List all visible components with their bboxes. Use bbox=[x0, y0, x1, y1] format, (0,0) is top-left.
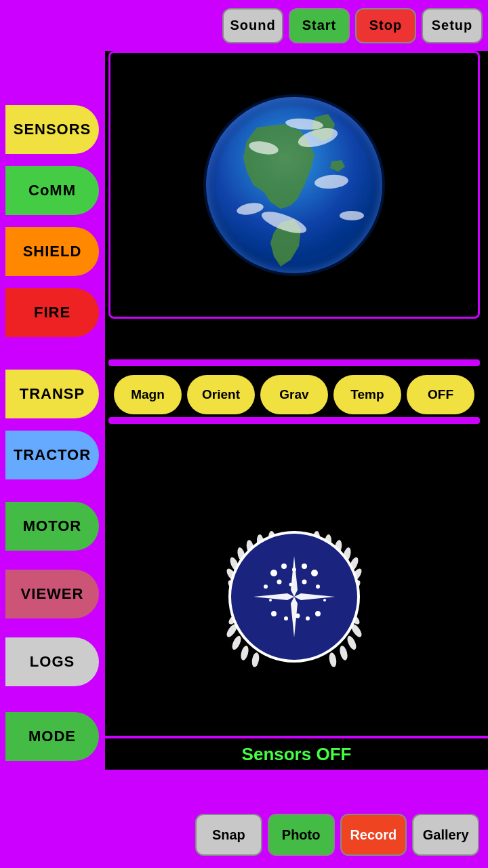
svg-point-61 bbox=[293, 578, 296, 581]
comm-button[interactable]: CoMM bbox=[5, 166, 99, 215]
magn-button[interactable]: Magn bbox=[114, 375, 182, 414]
svg-point-32 bbox=[251, 652, 260, 667]
off-button[interactable]: OFF bbox=[407, 375, 474, 414]
svg-point-53 bbox=[316, 585, 320, 589]
svg-point-37 bbox=[338, 645, 348, 661]
svg-point-59 bbox=[269, 599, 272, 601]
logo-area bbox=[108, 431, 480, 763]
svg-point-50 bbox=[277, 580, 282, 585]
earth-display bbox=[196, 87, 392, 283]
sensors-button[interactable]: SENSORS bbox=[5, 105, 99, 154]
photo-button[interactable]: Photo bbox=[268, 814, 335, 856]
svg-point-58 bbox=[315, 611, 321, 616]
svg-point-38 bbox=[328, 652, 338, 667]
svg-point-45 bbox=[281, 564, 287, 569]
display-panel bbox=[108, 51, 480, 319]
svg-point-31 bbox=[239, 645, 249, 661]
shield-button[interactable]: SHIELD bbox=[5, 227, 99, 276]
starfleet-logo bbox=[206, 509, 382, 685]
setup-button[interactable]: Setup bbox=[422, 8, 483, 43]
top-bar: Sound Start Stop Setup bbox=[0, 0, 488, 51]
gallery-button[interactable]: Gallery bbox=[412, 814, 479, 856]
orient-button[interactable]: Orient bbox=[187, 375, 255, 414]
svg-point-60 bbox=[323, 599, 326, 601]
stop-button[interactable]: Stop bbox=[355, 8, 416, 43]
svg-point-55 bbox=[284, 616, 288, 620]
transp-button[interactable]: TRANSP bbox=[5, 370, 99, 418]
mode-button[interactable]: MODE bbox=[5, 712, 99, 761]
svg-point-57 bbox=[306, 616, 310, 620]
sensor-row: Magn Orient Grav Temp OFF bbox=[108, 370, 480, 420]
motor-button[interactable]: MOTOR bbox=[5, 502, 99, 551]
start-button[interactable]: Start bbox=[289, 8, 350, 43]
logs-button[interactable]: LOGS bbox=[5, 637, 99, 686]
sound-button[interactable]: Sound bbox=[222, 8, 283, 43]
svg-point-56 bbox=[296, 614, 300, 618]
svg-point-47 bbox=[302, 564, 307, 569]
svg-point-52 bbox=[302, 580, 307, 585]
temp-button[interactable]: Temp bbox=[333, 375, 401, 414]
divider-top bbox=[108, 359, 480, 366]
record-button[interactable]: Record bbox=[340, 814, 407, 856]
svg-point-44 bbox=[270, 570, 277, 576]
svg-point-48 bbox=[311, 570, 318, 576]
fire-button[interactable]: FIRE bbox=[5, 288, 99, 337]
svg-point-36 bbox=[346, 635, 358, 651]
svg-point-51 bbox=[289, 583, 293, 587]
bottom-buttons: Snap Photo Record Gallery bbox=[190, 808, 485, 861]
tractor-button[interactable]: TRACTOR bbox=[5, 431, 99, 479]
viewer-button[interactable]: VIEWER bbox=[5, 570, 99, 618]
status-text: Sensors OFF bbox=[242, 744, 352, 765]
svg-point-49 bbox=[264, 585, 268, 589]
snap-button[interactable]: Snap bbox=[195, 814, 262, 856]
svg-point-62 bbox=[293, 619, 296, 622]
svg-point-30 bbox=[230, 635, 243, 651]
grav-button[interactable]: Grav bbox=[260, 375, 328, 414]
svg-point-46 bbox=[292, 568, 296, 572]
svg-point-54 bbox=[271, 611, 277, 616]
status-bar: Sensors OFF bbox=[105, 736, 488, 770]
divider-bottom bbox=[108, 417, 480, 424]
